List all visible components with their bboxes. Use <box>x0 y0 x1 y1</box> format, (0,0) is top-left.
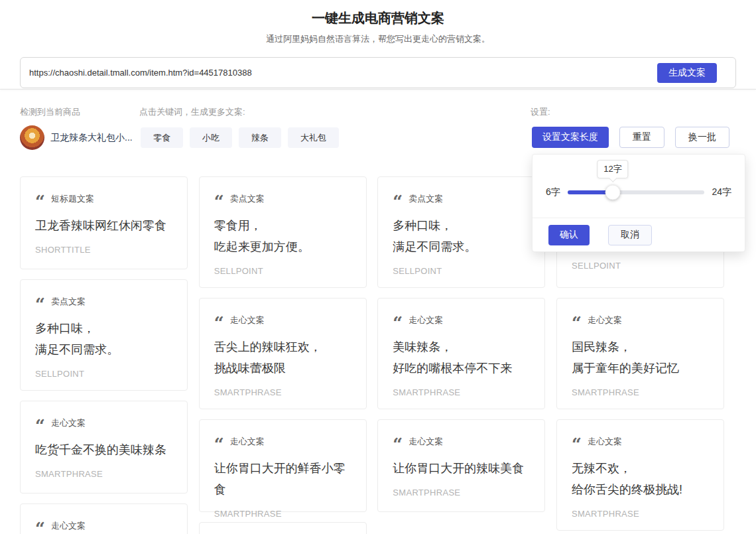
cancel-button[interactable]: 取消 <box>608 225 652 245</box>
copy-card[interactable]: “ 走心文案 国民辣条， 属于童年的美好记忆 SMARTPHRASE <box>556 298 724 409</box>
card-label: 走心文案 <box>230 436 265 448</box>
quote-icon: “ <box>214 441 224 448</box>
quote-icon: “ <box>214 320 224 326</box>
copy-card[interactable]: “ 走心文案 舌尖上的辣味狂欢， 挑战味蕾极限 SMARTPHRASE <box>199 298 367 409</box>
card-label: 走心文案 <box>51 417 86 429</box>
copy-card[interactable]: “ 卖点文案 多种口味， 满足不同需求。 SELLPOINT <box>20 279 188 391</box>
card-head: “ 卖点文案 <box>393 193 530 205</box>
card-head: “ 走心文案 <box>393 314 530 326</box>
copy-card[interactable]: “ 卖点文案 多种口味， 满足不同需求。 SELLPOINT <box>377 176 545 288</box>
keyword-chip[interactable]: 辣条 <box>239 127 281 148</box>
popover-body: 6字 12字 24字 <box>533 155 745 219</box>
card-label: 走心文案 <box>51 520 86 532</box>
url-input-box: 生成文案 <box>20 57 736 88</box>
card-label: 走心文案 <box>230 314 265 326</box>
header-divider <box>0 89 756 90</box>
card-label: 走心文案 <box>588 314 622 326</box>
card-type: SMARTPHRASE <box>393 387 530 397</box>
card-label: 走心文案 <box>588 436 622 448</box>
quote-icon: “ <box>35 198 45 205</box>
product-name: 卫龙辣条大礼包小... <box>50 132 133 144</box>
slider-min-label: 6字 <box>546 186 560 198</box>
keywords-label: 点击关键词，生成更多文案: <box>139 106 245 118</box>
card-text-line: 吃起来更加方便。 <box>214 236 351 257</box>
card-type: SELLPOINT <box>35 369 172 379</box>
card-text-line: 挑战味蕾极限 <box>214 358 351 379</box>
cards-column-2: “ 卖点文案 零食用， 吃起来更加方便。 SELLPOINT “ 走心文案 舌尖… <box>199 176 367 534</box>
card-text-line: 无辣不欢， <box>572 458 709 479</box>
generate-copy-button[interactable]: 生成文案 <box>657 63 717 83</box>
copy-card[interactable]: “ 走心文案 美味辣条， 好吃的嘴根本停不下来 SMARTPHRASE <box>377 298 545 409</box>
card-type: SMARTPHRASE <box>572 509 709 519</box>
quote-icon: “ <box>35 423 45 429</box>
card-head: “ 卖点文案 <box>35 296 172 308</box>
card-label: 短标题文案 <box>51 193 94 205</box>
card-label: 卖点文案 <box>230 193 265 205</box>
page-header: 一键生成电商营销文案 通过阿里妈妈自然语言算法，帮您写出更走心的营销文案。 <box>0 9 756 45</box>
card-type: SMARTPHRASE <box>214 509 351 519</box>
reset-button[interactable]: 重置 <box>619 127 664 148</box>
card-type: SELLPOINT <box>393 266 530 276</box>
card-text-line: 吃货千金不换的美味辣条 <box>35 439 172 460</box>
quote-icon: “ <box>393 441 403 448</box>
card-head: “ 走心文案 <box>214 436 351 448</box>
copy-card[interactable]: “ 走心文案 吃货千金不换的美味辣条 SMARTPHRASE <box>20 401 188 494</box>
page-subtitle: 通过阿里妈妈自然语言算法，帮您写出更走心的营销文案。 <box>0 33 756 45</box>
card-head: “ 走心文案 <box>393 436 530 448</box>
quote-icon: “ <box>35 301 45 308</box>
card-head: “ 走心文案 <box>214 314 351 326</box>
keyword-chip[interactable]: 零食 <box>141 127 183 148</box>
card-head: “ 走心文案 <box>572 436 709 448</box>
copy-card[interactable]: “ 走心文案 无辣不欢， 给你舌尖的终极挑战! SMARTPHRASE <box>556 419 724 531</box>
refresh-batch-button[interactable]: 换一批 <box>675 127 729 148</box>
card-label: 走心文案 <box>409 436 443 448</box>
card-type: SMARTPHRASE <box>214 387 351 397</box>
slider-thumb[interactable] <box>605 185 620 200</box>
card-label: 卖点文案 <box>409 193 443 205</box>
quote-icon: “ <box>214 198 224 205</box>
popover-footer: 确认 取消 <box>533 218 745 251</box>
detected-product-label: 检测到当前商品 <box>20 106 80 118</box>
copy-card[interactable]: “ 走心文案 让你胃口大开的鲜香小零食 SMARTPHRASE <box>199 419 367 512</box>
copy-card[interactable]: “ 卖点文案 零食用， 吃起来更加方便。 SELLPOINT <box>199 176 367 288</box>
settings-label: 设置: <box>531 106 550 118</box>
copy-card[interactable]: “ 走心文案 让你胃口大开的辣味美食 SMARTPHRASE <box>377 419 545 512</box>
keyword-chips: 零食 小吃 辣条 大礼包 <box>141 127 339 148</box>
card-type: SMARTPHRASE <box>572 387 709 397</box>
card-text-line: 美味辣条， <box>393 336 530 358</box>
card-text-line: 舌尖上的辣味狂欢， <box>214 336 351 358</box>
quote-icon: “ <box>572 320 582 326</box>
card-head: “ 卖点文案 <box>214 193 351 205</box>
card-head: “ 走心文案 <box>35 417 172 429</box>
cards-column-3: “ 卖点文案 多种口味， 满足不同需求。 SELLPOINT “ 走心文案 美味… <box>377 176 545 534</box>
quote-icon: “ <box>393 198 403 205</box>
keyword-chip[interactable]: 小吃 <box>190 127 232 148</box>
card-text-line: 属于童年的美好记忆 <box>572 358 709 379</box>
settings-buttons: 设置文案长度 重置 换一批 <box>532 127 729 148</box>
quote-icon: “ <box>35 525 45 532</box>
length-slider-track[interactable]: 12字 <box>568 190 705 194</box>
copy-length-popover: 6字 12字 24字 确认 取消 <box>532 154 745 252</box>
card-type: SELLPOINT <box>214 266 351 276</box>
keyword-chip[interactable]: 大礼包 <box>288 127 339 148</box>
card-text-line: 多种口味， <box>35 318 172 339</box>
quote-icon: “ <box>393 320 403 326</box>
card-text-line: 零食用， <box>214 215 351 236</box>
slider-max-label: 24字 <box>712 186 731 198</box>
set-copy-length-button[interactable]: 设置文案长度 <box>532 127 609 148</box>
detected-product[interactable]: 卫龙辣条大礼包小... <box>20 125 133 150</box>
confirm-button[interactable]: 确认 <box>548 225 590 245</box>
card-text-line: 满足不同需求。 <box>393 236 530 257</box>
card-text-line: 让你胃口大开的辣味美食 <box>393 458 530 479</box>
card-text-line: 让你胃口大开的鲜香小零食 <box>214 458 351 500</box>
copy-card[interactable]: “ <box>199 522 367 534</box>
copy-card[interactable]: “ 走心文案 <box>20 503 188 534</box>
card-type: SMARTPHRASE <box>35 469 172 479</box>
card-text-line: 卫龙香辣味网红休闲零食 <box>35 215 172 236</box>
card-text-line: 满足不同需求。 <box>35 339 172 360</box>
card-text-line: 好吃的嘴根本停不下来 <box>393 358 530 379</box>
url-input[interactable] <box>21 58 644 88</box>
copy-card[interactable]: “ 短标题文案 卫龙香辣味网红休闲零食 SHORTTITLE <box>20 176 188 269</box>
slider-value-bubble: 12字 <box>597 160 628 178</box>
cards-column-1: “ 短标题文案 卫龙香辣味网红休闲零食 SHORTTITLE “ 卖点文案 多种… <box>20 176 188 534</box>
